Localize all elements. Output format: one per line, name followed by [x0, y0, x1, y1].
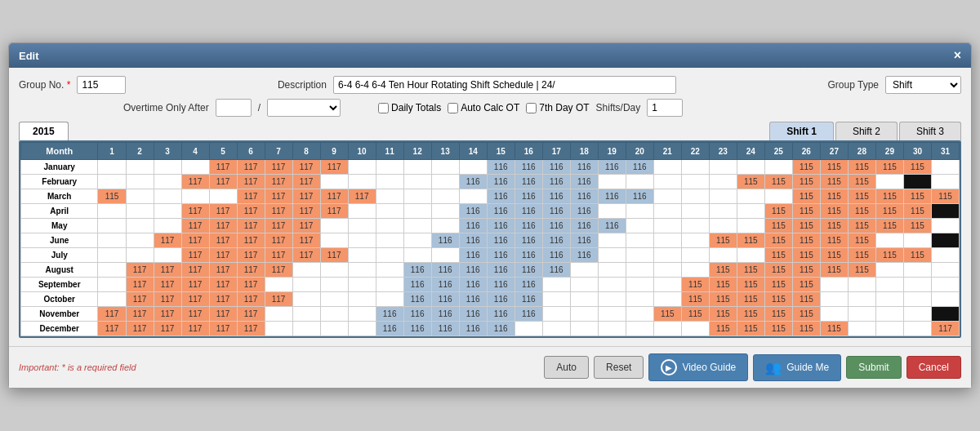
day-cell[interactable] — [626, 263, 653, 278]
day-cell[interactable] — [737, 189, 764, 204]
day-cell[interactable] — [126, 175, 154, 189]
day-cell[interactable] — [265, 278, 292, 292]
day-cell[interactable] — [875, 263, 903, 278]
day-cell[interactable] — [903, 175, 931, 189]
day-cell[interactable] — [903, 263, 931, 278]
day-cell[interactable] — [848, 292, 875, 307]
day-cell[interactable] — [626, 204, 653, 219]
day-cell[interactable]: 117 — [237, 307, 265, 322]
day-cell[interactable]: 115 — [820, 219, 848, 233]
day-cell[interactable] — [598, 233, 626, 248]
day-cell[interactable]: 115 — [848, 263, 875, 278]
day-cell[interactable] — [403, 204, 431, 219]
day-cell[interactable] — [348, 248, 376, 263]
day-cell[interactable] — [681, 175, 709, 189]
day-cell[interactable]: 117 — [181, 175, 209, 189]
day-cell[interactable] — [764, 189, 792, 204]
day-cell[interactable]: 116 — [514, 263, 542, 278]
day-cell[interactable] — [626, 322, 653, 336]
day-cell[interactable] — [126, 189, 154, 204]
day-cell[interactable] — [626, 248, 653, 263]
day-cell[interactable] — [514, 322, 542, 336]
day-cell[interactable] — [709, 175, 737, 189]
day-cell[interactable]: 115 — [681, 292, 709, 307]
day-cell[interactable] — [320, 233, 348, 248]
day-cell[interactable] — [542, 278, 570, 292]
day-cell[interactable]: 116 — [459, 292, 487, 307]
day-cell[interactable] — [570, 307, 598, 322]
day-cell[interactable] — [348, 204, 376, 219]
day-cell[interactable] — [376, 175, 403, 189]
day-cell[interactable]: 115 — [903, 219, 931, 233]
day-cell[interactable] — [570, 292, 598, 307]
day-cell[interactable]: 117 — [292, 233, 320, 248]
day-cell[interactable]: 115 — [709, 263, 737, 278]
day-cell[interactable] — [320, 307, 348, 322]
day-cell[interactable] — [626, 175, 653, 189]
day-cell[interactable] — [903, 278, 931, 292]
day-cell[interactable] — [376, 204, 403, 219]
day-cell[interactable]: 115 — [875, 189, 903, 204]
day-cell[interactable] — [376, 219, 403, 233]
day-cell[interactable]: 117 — [181, 322, 209, 336]
day-cell[interactable] — [626, 278, 653, 292]
overtime-after-input[interactable] — [216, 99, 252, 117]
day-cell[interactable]: 116 — [542, 248, 570, 263]
day-cell[interactable] — [126, 233, 154, 248]
video-guide-button[interactable]: ▶ Video Guide — [648, 353, 748, 381]
day-cell[interactable]: 115 — [681, 307, 709, 322]
day-cell[interactable]: 116 — [598, 160, 626, 175]
close-button[interactable]: × — [954, 48, 961, 63]
day-cell[interactable] — [403, 248, 431, 263]
day-cell[interactable] — [626, 307, 653, 322]
day-cell[interactable]: 117 — [348, 189, 376, 204]
day-cell[interactable]: 115 — [820, 322, 848, 336]
day-cell[interactable] — [154, 204, 181, 219]
day-cell[interactable] — [570, 278, 598, 292]
cancel-button[interactable]: Cancel — [906, 356, 961, 379]
day-cell[interactable] — [348, 278, 376, 292]
day-cell[interactable] — [376, 233, 403, 248]
day-cell[interactable]: 116 — [459, 307, 487, 322]
day-cell[interactable]: 115 — [98, 189, 126, 204]
day-cell[interactable] — [154, 219, 181, 233]
day-cell[interactable]: 115 — [737, 233, 764, 248]
day-cell[interactable] — [126, 248, 154, 263]
day-cell[interactable]: 116 — [570, 204, 598, 219]
day-cell[interactable]: 116 — [459, 263, 487, 278]
day-cell[interactable] — [626, 292, 653, 307]
day-cell[interactable]: 115 — [848, 204, 875, 219]
day-cell[interactable] — [209, 189, 237, 204]
day-cell[interactable] — [709, 219, 737, 233]
day-cell[interactable]: 117 — [98, 322, 126, 336]
day-cell[interactable]: 116 — [514, 219, 542, 233]
day-cell[interactable]: 115 — [792, 322, 820, 336]
day-cell[interactable] — [681, 160, 709, 175]
day-cell[interactable]: 117 — [126, 278, 154, 292]
day-cell[interactable]: 115 — [875, 248, 903, 263]
day-cell[interactable]: 115 — [764, 233, 792, 248]
day-cell[interactable] — [737, 204, 764, 219]
day-cell[interactable]: 116 — [514, 160, 542, 175]
day-cell[interactable]: 117 — [181, 292, 209, 307]
day-cell[interactable] — [737, 160, 764, 175]
day-cell[interactable] — [709, 204, 737, 219]
day-cell[interactable]: 117 — [154, 278, 181, 292]
day-cell[interactable]: 116 — [403, 263, 431, 278]
shift-tab-3[interactable]: Shift 3 — [899, 122, 961, 140]
day-cell[interactable] — [292, 322, 320, 336]
day-cell[interactable]: 115 — [764, 292, 792, 307]
day-cell[interactable] — [931, 278, 959, 292]
day-cell[interactable] — [820, 278, 848, 292]
day-cell[interactable] — [376, 248, 403, 263]
auto-button[interactable]: Auto — [544, 356, 589, 379]
day-cell[interactable]: 115 — [737, 175, 764, 189]
day-cell[interactable]: 117 — [126, 307, 154, 322]
day-cell[interactable]: 115 — [820, 175, 848, 189]
day-cell[interactable] — [376, 263, 403, 278]
day-cell[interactable] — [292, 307, 320, 322]
day-cell[interactable]: 115 — [792, 292, 820, 307]
day-cell[interactable] — [848, 278, 875, 292]
day-cell[interactable]: 117 — [237, 175, 265, 189]
day-cell[interactable]: 115 — [903, 189, 931, 204]
